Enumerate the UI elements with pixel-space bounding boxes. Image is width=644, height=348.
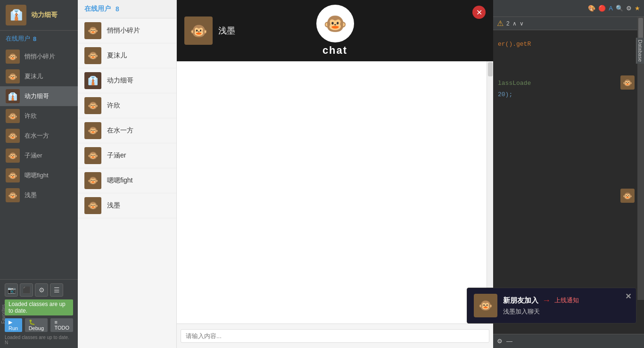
expanded-user-name: 浅墨: [107, 201, 120, 210]
sidebar-user-item[interactable]: 🐵浅墨: [0, 185, 78, 205]
online-section: 在线用户 8: [0, 31, 78, 47]
expanded-user-name: 在水一方: [107, 126, 133, 135]
bottom-chat-input[interactable]: [181, 329, 489, 343]
layout-icon[interactable]: ⬛: [20, 283, 33, 297]
warning-chevron-down: ∨: [520, 20, 524, 27]
expanded-user-avatar: 🐵: [84, 47, 101, 64]
chat-header: 🐵 浅墨 🐵 chat ✕: [177, 0, 493, 61]
expanded-user-avatar: 🐵: [84, 172, 101, 189]
expanded-user-item[interactable]: 🐵在水一方: [78, 118, 176, 143]
sidebar-user-item[interactable]: 👔动力细哥: [0, 86, 78, 106]
expanded-user-avatar: 🐵: [84, 97, 101, 114]
chat-logo-icon: 🐵: [316, 5, 354, 42]
sidebar-user-item[interactable]: 🐵在水一方: [0, 126, 78, 146]
chat-close-button[interactable]: ✕: [472, 6, 486, 19]
ide-toolbar: 🎨 🔴 A 🔍 ⚙ ★: [493, 0, 644, 17]
user-item-avatar: 🐵: [6, 50, 20, 64]
favorites-label: Favorites: [1, 304, 6, 323]
todo-button[interactable]: ≡ TODO: [50, 318, 73, 332]
settings-icon[interactable]: ⚙: [35, 283, 48, 297]
notification-avatar: 🐵: [474, 294, 497, 317]
ide-warning-bar: ⚠ 2 ∧ ∨: [493, 17, 644, 30]
expanded-user-avatar: 🐵: [84, 147, 101, 164]
ide-icon1: 🎨: [588, 5, 595, 12]
user-item-avatar: 🐵: [6, 168, 20, 182]
user-item-name: 子涵er: [25, 151, 42, 160]
expanded-user-item[interactable]: 🐵许欣: [78, 93, 176, 118]
chat-partner-avatar: 🐵: [184, 17, 213, 45]
bottom-chat-bar: [177, 323, 493, 348]
expanded-user-item[interactable]: 🐵子涵er: [78, 143, 176, 168]
code-spacer: [498, 50, 639, 78]
expanded-user-item[interactable]: 👔动力细哥: [78, 68, 176, 93]
user-item-avatar: 🐵: [6, 188, 20, 202]
user-item-avatar: 👔: [6, 89, 20, 103]
user-item-name: 悄悄小碎片: [25, 52, 55, 61]
ide-code-area: er().getR lassLoade 20);: [493, 35, 644, 104]
expanded-user-item[interactable]: 🐵浅墨: [78, 193, 176, 218]
database-label[interactable]: Database: [636, 38, 644, 64]
notification-title: 新朋友加入: [503, 296, 538, 305]
expanded-user-avatar: 👔: [84, 72, 101, 89]
notification-title-row: 新朋友加入 → 上线通知: [503, 296, 629, 306]
user-item-name: 嗯嗯fight: [25, 171, 49, 180]
chat-partner-name: 浅墨: [218, 25, 235, 36]
expanded-user-avatar: 🐵: [84, 197, 101, 214]
chat-panel: 🐵 浅墨 🐵 chat ✕ 发送: [177, 0, 493, 348]
expanded-user-name: 子涵er: [107, 151, 126, 160]
notification-tag: 上线通知: [554, 296, 579, 305]
messages-scrollbar[interactable]: [487, 61, 493, 323]
expanded-user-name: 许欣: [107, 101, 120, 110]
expanded-online-header: 在线用户 8: [78, 0, 176, 18]
notification-message: 浅墨加入聊天: [503, 307, 629, 316]
code-line-2: lassLoade: [498, 78, 639, 89]
expanded-user-item[interactable]: 🐵悄悄小碎片: [78, 18, 176, 43]
expanded-user-name: 嗯嗯fight: [107, 176, 132, 185]
user-item-avatar: 🐵: [6, 129, 20, 143]
code-line-3: 20);: [498, 89, 639, 100]
chat-messages-wrapper: [177, 61, 493, 323]
chat-messages: [177, 61, 487, 323]
debug-button[interactable]: 🐛 Debug: [25, 318, 48, 332]
notification-popup: 🐵 新朋友加入 → 上线通知 浅墨加入聊天 ✕: [467, 288, 636, 323]
notification-close-button[interactable]: ✕: [625, 292, 631, 301]
sidebar-user-item[interactable]: 🐵夏沫儿: [0, 66, 78, 86]
ide-star-icon[interactable]: ★: [635, 5, 640, 12]
sidebar-user-item[interactable]: 🐵子涵er: [0, 146, 78, 166]
list-icon[interactable]: ☰: [50, 283, 63, 297]
user-item-avatar: 🐵: [6, 109, 20, 123]
expanded-online-label: 在线用户: [84, 5, 111, 13]
ide-search-icon[interactable]: 🔍: [616, 5, 623, 12]
ide-user-icon2: 🐵: [620, 189, 635, 203]
status-gear-icon[interactable]: ⚙: [497, 338, 503, 345]
notification-content: 新朋友加入 → 上线通知 浅墨加入聊天: [503, 296, 629, 316]
expanded-online-count: 8: [116, 5, 119, 13]
warning-count: 2: [506, 20, 510, 27]
expanded-user-name: 夏沫儿: [107, 51, 127, 60]
loaded-classes-note: Loaded classes are up to date. N: [3, 334, 75, 346]
ide-status-bar: ⚙ —: [493, 334, 644, 348]
user-item-avatar: 🐵: [6, 69, 20, 83]
expanded-user-avatar: 🐵: [84, 122, 101, 139]
chat-header-user: 🐵 浅墨: [177, 11, 243, 50]
warning-chevron: ∧: [512, 20, 517, 27]
ide-gear-icon[interactable]: ⚙: [626, 5, 632, 12]
user-avatar-main: 👔: [6, 5, 26, 25]
loaded-classes-status: Loaded classes are up to date.: [5, 299, 73, 315]
user-item-name: 浅墨: [25, 191, 37, 199]
ide-user-icon1: 🐵: [620, 75, 635, 90]
camera-icon[interactable]: 📷: [5, 283, 18, 297]
sidebar: 👔 动力细哥 在线用户 8 🐵悄悄小碎片🐵夏沫儿👔动力细哥🐵许欣🐵在水一方🐵子涵…: [0, 0, 78, 348]
sidebar-user-item[interactable]: 🐵许欣: [0, 106, 78, 126]
sidebar-user-item[interactable]: 🐵嗯嗯fight: [0, 166, 78, 185]
sidebar-user-item[interactable]: 🐵悄悄小碎片: [0, 47, 78, 66]
ide-icon3: A: [609, 5, 613, 12]
expanded-user-list-panel: 在线用户 8 🐵悄悄小碎片🐵夏沫儿👔动力细哥🐵许欣🐵在水一方🐵子涵er🐵嗯嗯fi…: [78, 0, 177, 348]
expanded-user-item[interactable]: 🐵嗯嗯fight: [78, 168, 176, 193]
ide-icon2: 🔴: [598, 5, 606, 12]
expanded-user-item[interactable]: 🐵夏沫儿: [78, 43, 176, 68]
run-button[interactable]: ▶ Run: [5, 318, 22, 332]
user-item-name: 动力细哥: [25, 92, 49, 100]
sidebar-header: 👔 动力细哥: [0, 0, 78, 31]
online-count: 8: [33, 35, 36, 42]
